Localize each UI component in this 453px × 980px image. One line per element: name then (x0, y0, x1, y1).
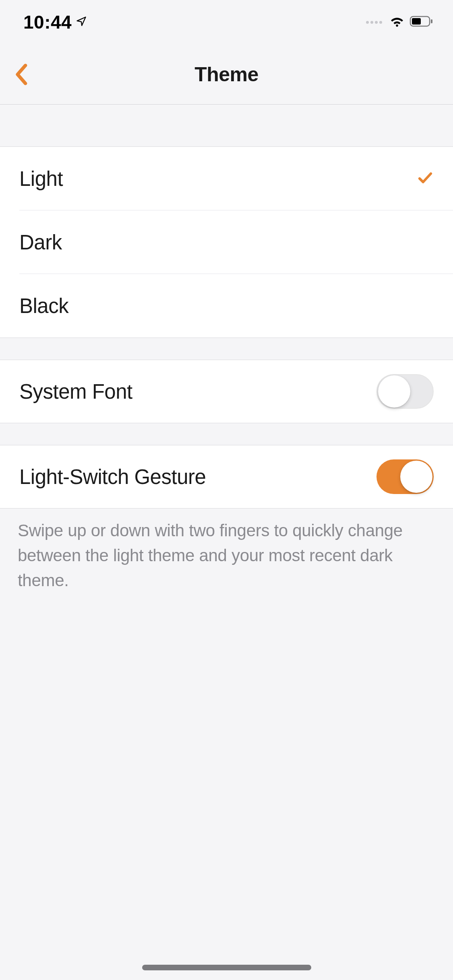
location-services-icon (76, 16, 87, 29)
cellular-signal-icon (366, 21, 382, 24)
theme-option-light[interactable]: Light (0, 147, 453, 210)
system-font-label: System Font (19, 380, 132, 404)
status-bar: 10:44 (0, 0, 453, 44)
navigation-bar: Theme (0, 44, 453, 105)
theme-selection-section: Light Dark Black (0, 146, 453, 338)
checkmark-icon (417, 169, 434, 188)
light-switch-label: Light-Switch Gesture (19, 465, 206, 489)
light-switch-description: Swipe up or down with two fingers to qui… (0, 509, 453, 603)
theme-option-dark[interactable]: Dark (0, 210, 453, 274)
battery-icon (410, 16, 434, 29)
svg-rect-1 (412, 18, 421, 25)
light-switch-section: Light-Switch Gesture (0, 445, 453, 509)
chevron-left-icon (14, 63, 28, 86)
system-font-row[interactable]: System Font (0, 360, 453, 423)
system-font-section: System Font (0, 360, 453, 423)
status-time: 10:44 (23, 11, 72, 33)
theme-option-label: Light (19, 167, 63, 191)
theme-option-black[interactable]: Black (0, 274, 453, 338)
light-switch-toggle[interactable] (376, 459, 434, 494)
page-title: Theme (194, 63, 259, 86)
system-font-toggle[interactable] (376, 374, 434, 409)
back-button[interactable] (9, 62, 33, 86)
theme-option-label: Dark (19, 231, 62, 254)
home-indicator[interactable] (142, 965, 311, 970)
light-switch-row[interactable]: Light-Switch Gesture (0, 445, 453, 508)
theme-option-label: Black (19, 294, 68, 318)
wifi-icon (389, 15, 405, 29)
svg-rect-2 (431, 19, 432, 23)
